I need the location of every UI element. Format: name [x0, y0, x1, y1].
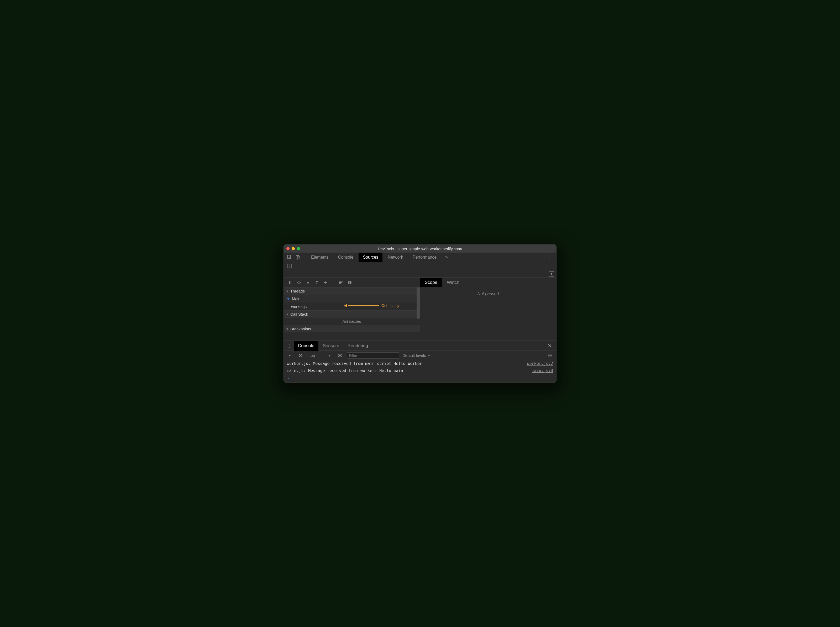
more-tabs-button[interactable]: »: [442, 254, 451, 260]
minimize-window-button[interactable]: [292, 247, 295, 250]
console-log-row[interactable]: worker.js: Message received from main sc…: [284, 360, 556, 367]
clear-console-icon[interactable]: [297, 352, 304, 359]
chevron-down-icon: ▼: [286, 328, 289, 331]
toolbar-separator: [333, 280, 333, 285]
debugger-toolbar: [284, 278, 420, 287]
chevron-down-icon: ▼: [328, 354, 331, 357]
tab-sources[interactable]: Sources: [359, 253, 382, 262]
devtools-window: DevTools - super-simple-web-worker.netli…: [283, 244, 557, 383]
svg-rect-5: [291, 281, 291, 284]
svg-line-24: [551, 356, 552, 357]
debugger-sections: ▼ Threads ➔ Main worker.js Ooh, fancy: [284, 287, 420, 340]
tab-performance[interactable]: Performance: [409, 253, 441, 262]
show-navigator-icon[interactable]: [286, 262, 293, 269]
svg-point-8: [316, 283, 317, 284]
filter-input[interactable]: [347, 352, 399, 359]
callstack-not-paused: Not paused: [284, 318, 420, 325]
svg-rect-12: [350, 282, 351, 284]
thread-worker-label: worker.js: [291, 304, 307, 309]
open-file-dropdown-icon[interactable]: ▼: [549, 271, 554, 276]
traffic-lights: [286, 247, 300, 250]
breakpoints-header[interactable]: ▼ Breakpoints: [284, 325, 420, 332]
chevron-down-icon: ▼: [286, 290, 289, 293]
svg-rect-11: [349, 282, 350, 284]
svg-point-7: [307, 283, 308, 284]
pause-icon[interactable]: [288, 281, 293, 284]
window-title: DevTools - super-simple-web-worker.netli…: [284, 247, 556, 251]
log-message: worker.js: Message received from main sc…: [287, 361, 524, 366]
drawer-tab-sensors[interactable]: Sensors: [318, 341, 343, 351]
scrollbar-thumb[interactable]: [417, 287, 420, 319]
debugger-right-pane: Scope Watch Not paused: [420, 278, 556, 340]
tab-network[interactable]: Network: [384, 253, 407, 262]
svg-line-25: [548, 356, 549, 357]
console-body: worker.js: Message received from main sc…: [284, 360, 556, 382]
live-expression-icon[interactable]: [336, 352, 344, 359]
chevron-down-icon: ▼: [286, 313, 289, 316]
prompt-chevron-icon: ›: [287, 376, 289, 381]
step-into-icon[interactable]: [305, 281, 310, 284]
current-thread-arrow-icon: ➔: [286, 296, 290, 301]
editor-navbar: ▼: [284, 270, 556, 278]
svg-point-17: [339, 355, 340, 356]
titlebar: DevTools - super-simple-web-worker.netli…: [284, 245, 556, 253]
close-drawer-icon[interactable]: ✕: [546, 343, 554, 349]
svg-rect-2: [298, 256, 300, 259]
drawer-tab-console[interactable]: Console: [294, 341, 318, 351]
scope-watch-tabs: Scope Watch: [420, 278, 556, 287]
svg-point-9: [324, 282, 325, 283]
drawer-kebab-icon[interactable]: ⋮: [286, 343, 294, 349]
breakpoints-label: Breakpoints: [290, 327, 311, 331]
pause-on-exceptions-icon[interactable]: [347, 280, 352, 285]
console-log-row[interactable]: main.js: Message received from worker: H…: [284, 367, 556, 374]
svg-rect-4: [289, 281, 289, 284]
tab-console[interactable]: Console: [334, 253, 358, 262]
deactivate-breakpoints-icon[interactable]: [338, 281, 343, 284]
step-over-icon[interactable]: [296, 281, 302, 284]
svg-line-26: [551, 354, 552, 354]
chevron-down-icon: ▼: [428, 354, 431, 357]
console-settings-gear-icon[interactable]: [546, 352, 554, 359]
log-source-link[interactable]: worker.js:2: [527, 361, 553, 366]
tab-watch[interactable]: Watch: [442, 278, 464, 287]
maximize-window-button[interactable]: [297, 247, 300, 250]
svg-line-15: [299, 354, 302, 356]
close-window-button[interactable]: [286, 247, 289, 250]
show-console-sidebar-icon[interactable]: [286, 352, 294, 359]
drawer-tabstrip: ⋮ Console Sensors Rendering ✕: [284, 341, 556, 351]
thread-worker[interactable]: worker.js: [284, 302, 420, 310]
settings-kebab-icon[interactable]: ⋮: [544, 254, 554, 260]
tab-scope[interactable]: Scope: [420, 278, 442, 287]
log-message: main.js: Message received from worker: H…: [287, 369, 529, 373]
scope-not-paused: Not paused: [420, 287, 556, 340]
debugger-split: ▼ Threads ➔ Main worker.js Ooh, fancy: [284, 278, 556, 341]
console-prompt[interactable]: ›: [284, 374, 556, 382]
svg-point-6: [299, 283, 299, 284]
svg-point-18: [549, 355, 551, 356]
threads-label: Threads: [290, 289, 305, 293]
context-label: top: [310, 353, 315, 358]
threads-header[interactable]: ▼ Threads: [284, 287, 420, 295]
device-toggle-icon[interactable]: [294, 254, 302, 261]
step-icon[interactable]: [323, 281, 329, 284]
svg-line-23: [548, 354, 549, 354]
context-selector[interactable]: top ▼: [307, 353, 333, 358]
levels-label: Default levels: [403, 353, 426, 358]
callstack-label: Call Stack: [290, 312, 308, 317]
log-levels-dropdown[interactable]: Default levels ▼: [403, 353, 431, 358]
thread-main-label: Main: [292, 296, 300, 301]
step-out-icon[interactable]: [314, 281, 319, 284]
drawer-tab-rendering[interactable]: Rendering: [343, 341, 372, 351]
inspect-element-icon[interactable]: [286, 254, 293, 261]
thread-main[interactable]: ➔ Main: [284, 295, 420, 302]
sources-subbar: [284, 262, 556, 270]
callstack-header[interactable]: ▼ Call Stack: [284, 310, 420, 318]
tab-elements[interactable]: Elements: [307, 253, 333, 262]
console-toolbar: top ▼ Default levels ▼: [284, 351, 556, 360]
main-tabstrip: Elements Console Sources Network Perform…: [284, 253, 556, 262]
debugger-left-pane: ▼ Threads ➔ Main worker.js Ooh, fancy: [284, 278, 420, 340]
log-source-link[interactable]: main.js:4: [532, 369, 553, 373]
